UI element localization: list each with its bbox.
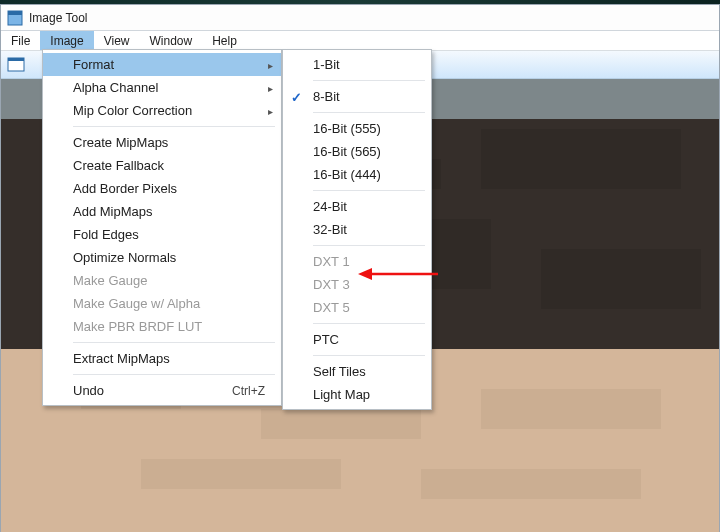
app-icon: [7, 10, 23, 26]
submenu-arrow-icon: ▸: [268, 105, 273, 116]
submenu-item-light-map[interactable]: Light Map: [283, 383, 431, 406]
menu-item-label: DXT 3: [313, 277, 350, 292]
menu-view[interactable]: View: [94, 31, 140, 50]
window-title: Image Tool: [29, 11, 87, 25]
menu-separator: [313, 355, 425, 356]
svg-rect-1: [8, 11, 22, 15]
svg-rect-14: [541, 249, 701, 309]
menu-item-label: Alpha Channel: [73, 80, 158, 95]
menu-item-label: Mip Color Correction: [73, 103, 192, 118]
submenu-item-ptc[interactable]: PTC: [283, 328, 431, 351]
menubar: File Image View Window Help: [1, 31, 719, 51]
submenu-item-self-tiles[interactable]: Self Tiles: [283, 360, 431, 383]
menu-item-label: Make PBR BRDF LUT: [73, 319, 202, 334]
svg-rect-18: [141, 459, 341, 489]
menu-window[interactable]: Window: [140, 31, 203, 50]
menu-item-create-fallback[interactable]: Create Fallback: [43, 154, 281, 177]
menu-item-make-gauge: Make Gauge: [43, 269, 281, 292]
menu-accelerator: Ctrl+Z: [232, 384, 265, 398]
svg-rect-11: [481, 129, 681, 189]
menu-item-label: Add Border Pixels: [73, 181, 177, 196]
menu-separator: [313, 80, 425, 81]
menu-file[interactable]: File: [1, 31, 40, 50]
menu-item-label: Add MipMaps: [73, 204, 152, 219]
svg-rect-19: [421, 469, 641, 499]
submenu-arrow-icon: ▸: [268, 82, 273, 93]
submenu-item-dxt1: DXT 1: [283, 250, 431, 273]
submenu-item-dxt3: DXT 3: [283, 273, 431, 296]
menu-item-label: Create MipMaps: [73, 135, 168, 150]
window-icon[interactable]: [7, 56, 25, 74]
menu-item-label: Format: [73, 57, 114, 72]
submenu-item-16bit-555[interactable]: 16-Bit (555): [283, 117, 431, 140]
menu-separator: [313, 190, 425, 191]
menu-item-add-mipmaps[interactable]: Add MipMaps: [43, 200, 281, 223]
menu-item-alpha-channel[interactable]: Alpha Channel ▸: [43, 76, 281, 99]
menu-item-format[interactable]: Format ▸: [43, 53, 281, 76]
menu-image[interactable]: Image: [40, 31, 93, 50]
menu-item-optimize-normals[interactable]: Optimize Normals: [43, 246, 281, 269]
menu-item-label: DXT 5: [313, 300, 350, 315]
menu-item-make-pbr-brdf-lut: Make PBR BRDF LUT: [43, 315, 281, 338]
menu-item-label: Undo: [73, 383, 104, 398]
menu-item-label: 32-Bit: [313, 222, 347, 237]
checkmark-icon: ✓: [291, 89, 302, 104]
menu-item-label: 1-Bit: [313, 57, 340, 72]
titlebar: Image Tool: [1, 5, 719, 31]
menu-item-label: Fold Edges: [73, 227, 139, 242]
format-submenu-dropdown: 1-Bit ✓ 8-Bit 16-Bit (555) 16-Bit (565) …: [282, 49, 432, 410]
menu-item-extract-mipmaps[interactable]: Extract MipMaps: [43, 347, 281, 370]
menu-item-make-gauge-alpha: Make Gauge w/ Alpha: [43, 292, 281, 315]
menu-item-undo[interactable]: Undo Ctrl+Z: [43, 379, 281, 402]
menu-separator: [313, 245, 425, 246]
menu-item-label: 24-Bit: [313, 199, 347, 214]
menu-item-fold-edges[interactable]: Fold Edges: [43, 223, 281, 246]
image-menu-dropdown: Format ▸ Alpha Channel ▸ Mip Color Corre…: [42, 49, 282, 406]
submenu-arrow-icon: ▸: [268, 59, 273, 70]
submenu-item-16bit-565[interactable]: 16-Bit (565): [283, 140, 431, 163]
menu-separator: [73, 342, 275, 343]
menu-separator: [73, 126, 275, 127]
svg-rect-3: [8, 58, 24, 61]
menu-item-mip-color-correction[interactable]: Mip Color Correction ▸: [43, 99, 281, 122]
svg-rect-16: [261, 409, 421, 439]
submenu-item-32bit[interactable]: 32-Bit: [283, 218, 431, 241]
svg-rect-17: [481, 389, 661, 429]
menu-item-label: 16-Bit (565): [313, 144, 381, 159]
menu-item-label: 16-Bit (555): [313, 121, 381, 136]
submenu-item-8bit[interactable]: ✓ 8-Bit: [283, 85, 431, 108]
menu-item-create-mipmaps[interactable]: Create MipMaps: [43, 131, 281, 154]
menu-item-label: PTC: [313, 332, 339, 347]
menu-item-label: Extract MipMaps: [73, 351, 170, 366]
menu-item-label: Make Gauge: [73, 273, 147, 288]
submenu-item-dxt5: DXT 5: [283, 296, 431, 319]
menu-item-label: Light Map: [313, 387, 370, 402]
menu-item-add-border-pixels[interactable]: Add Border Pixels: [43, 177, 281, 200]
menu-item-label: Create Fallback: [73, 158, 164, 173]
submenu-item-16bit-444[interactable]: 16-Bit (444): [283, 163, 431, 186]
submenu-item-1bit[interactable]: 1-Bit: [283, 53, 431, 76]
menu-item-label: Self Tiles: [313, 364, 366, 379]
menu-item-label: 16-Bit (444): [313, 167, 381, 182]
menu-separator: [313, 112, 425, 113]
menu-separator: [73, 374, 275, 375]
menu-separator: [313, 323, 425, 324]
menu-item-label: Make Gauge w/ Alpha: [73, 296, 200, 311]
menu-item-label: DXT 1: [313, 254, 350, 269]
menu-help[interactable]: Help: [202, 31, 247, 50]
menu-item-label: 8-Bit: [313, 89, 340, 104]
submenu-item-24bit[interactable]: 24-Bit: [283, 195, 431, 218]
menu-item-label: Optimize Normals: [73, 250, 176, 265]
